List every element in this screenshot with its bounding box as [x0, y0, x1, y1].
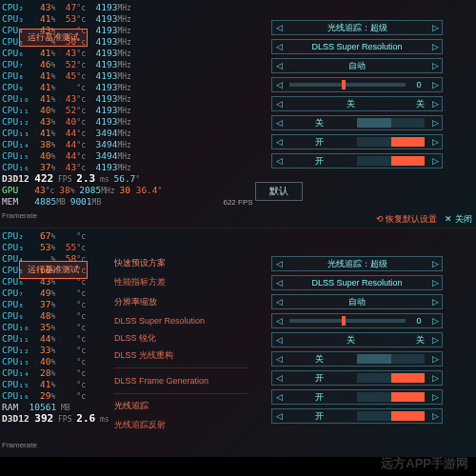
toggle-knob[interactable]	[391, 411, 426, 421]
chevron-right-icon[interactable]: ▷	[428, 23, 442, 32]
option-row: ◁开▷	[224, 152, 443, 169]
slider-knob[interactable]	[342, 316, 346, 326]
chevron-right-icon[interactable]: ▷	[428, 118, 442, 128]
chevron-right-icon[interactable]: ▷	[428, 278, 442, 288]
osd-row: CPU₁₆ 29% °c	[2, 390, 117, 402]
chevron-right-icon[interactable]: ▷	[428, 137, 442, 147]
osd-row: CPU₁₃ 40% °c	[2, 356, 117, 367]
toggle-knob[interactable]	[391, 156, 426, 166]
option-toggle[interactable]: ◁开▷	[271, 134, 443, 149]
slider-knob[interactable]	[342, 80, 346, 89]
osd-row: CPU₂ 67% °c	[2, 230, 117, 242]
chevron-right-icon[interactable]: ▷	[428, 99, 442, 109]
option-selector[interactable]: ◁光线追踪：超级▷	[271, 20, 443, 35]
toggle-label: 关	[286, 117, 353, 129]
chevron-left-icon[interactable]: ◁	[272, 42, 286, 51]
option-toggle[interactable]: ◁关▷	[271, 115, 443, 130]
option-value: DLSS Super Resolution	[286, 278, 428, 288]
fps-overlay-text: 622 FPS	[223, 198, 252, 207]
chevron-right-icon[interactable]: ▷	[428, 373, 442, 383]
bottom-bar-top: ⟲ 恢复默认设置 ✕ 关闭	[376, 213, 472, 226]
option-slider[interactable]: ◁0▷	[271, 77, 443, 92]
option-row: ◁开▷	[224, 369, 443, 387]
chevron-left-icon[interactable]: ◁	[272, 335, 286, 345]
osd-row: CPU₈ 41% 45°c 4193MHz	[2, 70, 162, 82]
chevron-left-icon[interactable]: ◁	[272, 411, 286, 421]
toggle-knob[interactable]	[357, 118, 391, 128]
option-toggle[interactable]: ◁开▷	[271, 389, 443, 405]
chevron-left-icon[interactable]: ◁	[272, 354, 286, 364]
chevron-right-icon[interactable]: ▷	[428, 61, 442, 70]
osd-row: CPU₇ 46% 52°c 4193MHz	[2, 59, 162, 70]
option-row: ◁0▷	[224, 312, 443, 329]
benchmark-button[interactable]: 运行基准测试	[19, 29, 88, 47]
framerate-label: Framerate	[2, 441, 37, 449]
option-toggle[interactable]: ◁关▷	[271, 351, 443, 367]
default-button[interactable]: 默认	[255, 182, 303, 201]
toggle-knob[interactable]	[391, 137, 426, 147]
option-row: ◁0▷	[224, 76, 443, 93]
chevron-left-icon[interactable]: ◁	[272, 118, 286, 128]
osd-row: CPU₁₀ 41% 43°c 4193MHz	[2, 93, 162, 105]
chevron-right-icon[interactable]: ▷	[428, 354, 442, 364]
osd-row: CPU₂ 43% 47°c 4193MHz	[2, 2, 162, 13]
option-toggle[interactable]: ◁开▷	[271, 408, 443, 424]
chevron-left-icon[interactable]: ◁	[272, 99, 286, 109]
toggle-label: 开	[286, 391, 353, 404]
slider-value: 0	[409, 80, 428, 89]
osd-row: CPU₃ 41% 53°c 4193MHz	[2, 13, 162, 25]
option-selector[interactable]: ◁DLSS Super Resolution▷	[271, 275, 443, 290]
option-row: ◁关关▷	[224, 95, 443, 112]
chevron-right-icon[interactable]: ▷	[428, 259, 442, 268]
chevron-right-icon[interactable]: ▷	[428, 156, 442, 166]
osd-row: CPU₁₄ 28% °c	[2, 367, 117, 379]
chevron-left-icon[interactable]: ◁	[272, 80, 286, 89]
chevron-right-icon[interactable]: ▷	[428, 297, 442, 307]
toggle-label: 开	[286, 155, 353, 168]
chevron-left-icon[interactable]: ◁	[272, 259, 286, 268]
chevron-left-icon[interactable]: ◁	[272, 278, 286, 288]
chevron-right-icon[interactable]: ▷	[428, 411, 442, 421]
option-value: 光线追踪：超级	[286, 258, 428, 270]
chevron-left-icon[interactable]: ◁	[272, 61, 286, 70]
chevron-left-icon[interactable]: ◁	[272, 316, 286, 326]
option-selector[interactable]: ◁DLSS Super Resolution▷	[271, 39, 443, 54]
benchmark-button[interactable]: 运行基准测试	[19, 261, 88, 279]
option-selector[interactable]: ◁自动▷	[271, 294, 443, 309]
chevron-right-icon[interactable]: ▷	[428, 392, 442, 402]
watermark-text: 远方APP手游网	[381, 455, 468, 472]
option-toggle[interactable]: ◁开▷	[271, 370, 443, 386]
option-selector[interactable]: ◁光线追踪：超级▷	[271, 256, 443, 271]
toggle-knob[interactable]	[391, 373, 426, 383]
chevron-right-icon[interactable]: ▷	[428, 316, 442, 326]
chevron-left-icon[interactable]: ◁	[272, 156, 286, 166]
option-row: ◁自动▷	[224, 57, 443, 74]
off-indicator: 关	[416, 98, 425, 110]
restore-defaults-link[interactable]: ⟲ 恢复默认设置	[376, 213, 438, 226]
osd-row: CPU₁₁ 44% °c	[2, 333, 117, 345]
slider-value: 0	[409, 316, 428, 326]
toggle-knob[interactable]	[391, 392, 426, 402]
chevron-left-icon[interactable]: ◁	[272, 392, 286, 402]
chevron-left-icon[interactable]: ◁	[272, 137, 286, 147]
chevron-right-icon[interactable]: ▷	[428, 42, 442, 51]
chevron-left-icon[interactable]: ◁	[272, 23, 286, 32]
toggle-knob[interactable]	[357, 354, 391, 364]
osd-row: CPU₈ 37% °c	[2, 299, 117, 310]
option-value: 自动	[286, 296, 428, 308]
close-link[interactable]: ✕ 关闭	[445, 213, 472, 226]
osd-row: CPU₉ 41% °c 4193MHz	[2, 82, 162, 93]
chevron-left-icon[interactable]: ◁	[272, 297, 286, 307]
option-row: ◁DLSS Super Resolution▷	[224, 38, 443, 55]
chevron-left-icon[interactable]: ◁	[272, 373, 286, 383]
option-slider[interactable]: ◁0▷	[271, 313, 443, 328]
option-selector[interactable]: ◁关关▷	[271, 332, 443, 347]
chevron-right-icon[interactable]: ▷	[428, 80, 442, 89]
option-selector[interactable]: ◁关关▷	[271, 96, 443, 111]
option-toggle[interactable]: ◁开▷	[271, 153, 443, 169]
osd-overlay-bottom: CPU₂ 67% °c CPU₃ 53% 55°c CPU₄ % 58°c CP…	[2, 230, 117, 425]
osd-row: CPU₁₄ 38% 44°c 3494MHz	[2, 139, 162, 150]
option-selector[interactable]: ◁自动▷	[271, 58, 443, 73]
osd-row: CPU₁₂ 43% 40°c 4193MHz	[2, 116, 162, 128]
chevron-right-icon[interactable]: ▷	[428, 335, 442, 345]
